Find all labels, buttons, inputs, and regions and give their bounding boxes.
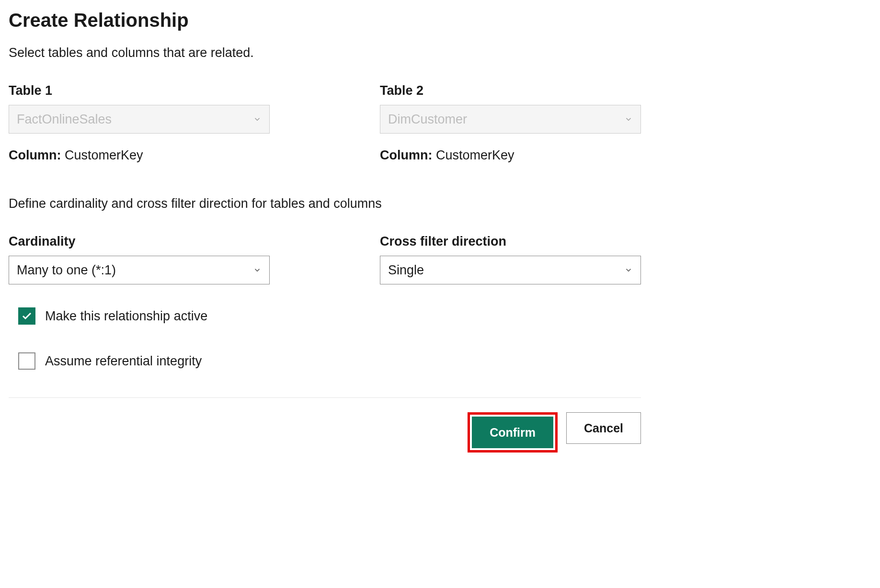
table2-column-value: CustomerKey [436,148,514,162]
table2-select[interactable]: DimCustomer [380,105,641,134]
active-checkbox[interactable] [18,307,35,325]
active-checkbox-label: Make this relationship active [45,309,207,324]
confirm-highlight: Confirm [468,412,558,452]
cancel-button[interactable]: Cancel [566,412,641,444]
cardinality-select-value: Many to one (*:1) [17,263,116,278]
chevron-down-icon [624,115,633,124]
table1-select-value: FactOnlineSales [17,112,112,127]
cardinality-label: Cardinality [9,234,270,249]
check-icon [21,310,33,322]
table1-select[interactable]: FactOnlineSales [9,105,270,134]
table1-column-value: CustomerKey [65,148,143,162]
dialog-title: Create Relationship [9,10,641,31]
referential-checkbox-label: Assume referential integrity [45,354,202,369]
chevron-down-icon [253,115,262,124]
table1-group: Table 1 FactOnlineSales Column: Customer… [9,83,270,163]
cross-filter-select-value: Single [388,263,424,278]
referential-checkbox-row: Assume referential integrity [18,352,641,370]
table1-label: Table 1 [9,83,270,98]
cross-filter-select[interactable]: Single [380,256,641,284]
cardinality-select[interactable]: Many to one (*:1) [9,256,270,284]
chevron-down-icon [253,266,262,274]
table2-column-label: Column: [380,148,432,162]
table2-column-line: Column: CustomerKey [380,148,641,163]
dialog-footer: Confirm Cancel [9,397,641,452]
dialog-subtitle: Select tables and columns that are relat… [9,45,641,60]
active-checkbox-row: Make this relationship active [18,307,641,325]
table2-select-value: DimCustomer [388,112,467,127]
cardinality-group: Cardinality Many to one (*:1) [9,234,270,284]
cross-filter-label: Cross filter direction [380,234,641,249]
table1-column-label: Column: [9,148,61,162]
confirm-button[interactable]: Confirm [472,417,553,448]
cardinality-section-subtitle: Define cardinality and cross filter dire… [9,196,641,211]
cross-filter-group: Cross filter direction Single [380,234,641,284]
table2-group: Table 2 DimCustomer Column: CustomerKey [380,83,641,163]
chevron-down-icon [624,266,633,274]
table2-label: Table 2 [380,83,641,98]
referential-checkbox[interactable] [18,352,35,370]
table1-column-line: Column: CustomerKey [9,148,270,163]
